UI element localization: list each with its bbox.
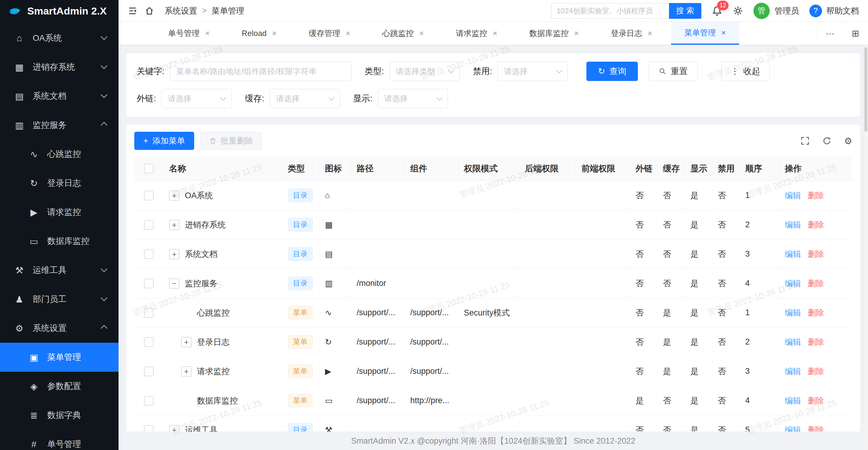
scrollbar-thumb[interactable] [864, 47, 867, 132]
close-icon[interactable]: × [272, 29, 277, 38]
edit-link[interactable]: 编辑 [785, 396, 801, 405]
tab-cache-management[interactable]: 缓存管理× [296, 22, 364, 45]
breadcrumb-item[interactable]: 系统设置 [164, 5, 197, 16]
close-icon[interactable]: × [648, 29, 652, 38]
tab-login-log[interactable]: 登录日志× [598, 22, 666, 45]
expand-row-icon[interactable]: + [169, 249, 179, 259]
sidebar-item-monitor-service[interactable]: ▥监控服务 [0, 110, 119, 140]
delete-link[interactable]: 删除 [808, 425, 824, 432]
sidebar-item-request-monitor[interactable]: ▶请求监控 [0, 198, 119, 227]
sidebar-item-inventory-system[interactable]: ▦进销存系统 [0, 53, 119, 82]
show-select[interactable]: 请选择 [378, 89, 448, 108]
edit-link[interactable]: 编辑 [785, 308, 801, 317]
show-cell: 是 [685, 210, 712, 239]
search-input[interactable] [551, 3, 669, 19]
user-menu[interactable]: 管 管理员 [753, 3, 799, 19]
help-link[interactable]: ? 帮助文档 [809, 4, 859, 17]
edit-link[interactable]: 编辑 [785, 367, 801, 376]
delete-link[interactable]: 删除 [808, 396, 824, 405]
sidebar-item-menu-management[interactable]: ▣菜单管理 [0, 343, 119, 372]
refresh-icon[interactable] [822, 136, 831, 146]
expand-row-icon[interactable]: + [181, 366, 191, 377]
row-checkbox[interactable] [144, 220, 154, 230]
sidebar-item-department-staff[interactable]: ♟部门员工 [0, 285, 119, 314]
close-icon[interactable]: × [419, 29, 424, 38]
close-icon[interactable]: × [721, 28, 726, 37]
close-icon[interactable]: × [493, 29, 497, 38]
sidebar-item-login-log[interactable]: ↻登录日志 [0, 169, 119, 198]
fullscreen-icon[interactable] [801, 136, 810, 146]
external-cell: 否 [630, 181, 657, 210]
tab-heartbeat-monitor[interactable]: 心跳监控× [369, 22, 437, 45]
sidebar-item-system-docs[interactable]: ▤系统文档 [0, 82, 119, 110]
collapse-filters-button[interactable]: ⋮ 收起 [721, 62, 770, 81]
edit-link[interactable]: 编辑 [785, 250, 801, 259]
delete-link[interactable]: 删除 [808, 220, 824, 229]
add-menu-button[interactable]: + 添加菜单 [134, 132, 194, 150]
row-checkbox[interactable] [144, 191, 154, 200]
settings-gear-icon[interactable] [733, 6, 743, 16]
tab-database-monitor[interactable]: 数据库监控× [516, 22, 592, 45]
sidebar-item-system-settings[interactable]: ⚙系统设置 [0, 314, 119, 343]
tab-menu-management[interactable]: 菜单管理× [671, 22, 739, 45]
delete-link[interactable]: 删除 [808, 279, 824, 288]
sidebar-item-oa-system[interactable]: ⌂OA系统 [0, 24, 119, 53]
sidebar-item-serial-management[interactable]: #单号管理 [0, 430, 119, 450]
sidebar-item-ops-tools[interactable]: ⚒运维工具 [0, 256, 119, 285]
edit-link[interactable]: 编辑 [785, 338, 801, 347]
row-checkbox-cell [134, 210, 164, 239]
disabled-select[interactable]: 请选择 [497, 62, 568, 81]
batch-delete-button[interactable]: 批量删除 [200, 132, 262, 150]
delete-link[interactable]: 删除 [808, 191, 824, 200]
tab-serial-management[interactable]: 单号管理× [155, 22, 223, 45]
edit-link[interactable]: 编辑 [785, 220, 801, 229]
menu-fold-icon[interactable] [128, 6, 137, 16]
delete-link[interactable]: 删除 [808, 367, 824, 376]
row-checkbox[interactable] [144, 425, 154, 432]
close-icon[interactable]: × [346, 29, 350, 38]
ops-cell: 编辑删除 [779, 357, 852, 386]
sidebar-item-database-monitor[interactable]: ▭数据库监控 [0, 227, 119, 256]
search-button[interactable]: 搜 索 [669, 3, 701, 19]
expand-row-icon[interactable]: + [169, 190, 179, 201]
row-checkbox[interactable] [144, 308, 154, 318]
delete-link[interactable]: 删除 [808, 308, 824, 317]
close-icon[interactable]: × [574, 29, 579, 38]
external-select[interactable]: 请选择 [161, 89, 232, 108]
column-settings-gear-icon[interactable]: ⚙ [844, 136, 852, 146]
sidebar-item-param-config[interactable]: ◈参数配置 [0, 372, 119, 401]
edit-link[interactable]: 编辑 [785, 191, 801, 200]
home-icon[interactable] [145, 6, 154, 16]
sidebar-item-heartbeat-monitor[interactable]: ∿心跳监控 [0, 140, 119, 169]
expand-row-icon[interactable]: + [181, 337, 191, 347]
select-all-checkbox[interactable] [144, 164, 154, 173]
edit-link[interactable]: 编辑 [785, 279, 801, 288]
row-checkbox[interactable] [144, 279, 154, 288]
row-checkbox[interactable] [144, 396, 154, 406]
delete-link[interactable]: 删除 [808, 338, 824, 347]
document-icon: ▤ [13, 91, 25, 101]
name-cell: +运维工具 [164, 415, 282, 431]
expand-row-icon[interactable]: + [169, 425, 179, 432]
row-checkbox[interactable] [144, 337, 154, 347]
collapse-row-icon[interactable]: − [169, 278, 179, 289]
keyword-input[interactable] [170, 62, 351, 81]
row-checkbox[interactable] [144, 249, 154, 259]
reset-button[interactable]: 重置 [649, 62, 698, 81]
notification-bell[interactable]: 12 [712, 5, 722, 16]
edit-link[interactable]: 编辑 [785, 425, 801, 432]
tab-request-monitor[interactable]: 请求监控× [442, 22, 510, 45]
cache-select[interactable]: 请选择 [270, 89, 340, 108]
close-icon[interactable]: × [205, 29, 210, 38]
tab-reload[interactable]: Reload× [228, 22, 290, 45]
external-cell: 否 [630, 327, 657, 357]
expand-row-icon[interactable]: + [169, 220, 179, 230]
tab-grid-icon[interactable]: ⊞ [843, 22, 868, 45]
type-select[interactable]: 请选择类型 [390, 62, 460, 81]
vertical-scrollbar[interactable] [864, 46, 868, 450]
row-checkbox[interactable] [144, 366, 154, 376]
sidebar-item-data-dictionary[interactable]: ≣数据字典 [0, 401, 119, 430]
query-button[interactable]: ↻ 查询 [586, 62, 638, 81]
delete-link[interactable]: 删除 [808, 250, 824, 259]
tab-more-button[interactable]: ··· [817, 22, 843, 45]
